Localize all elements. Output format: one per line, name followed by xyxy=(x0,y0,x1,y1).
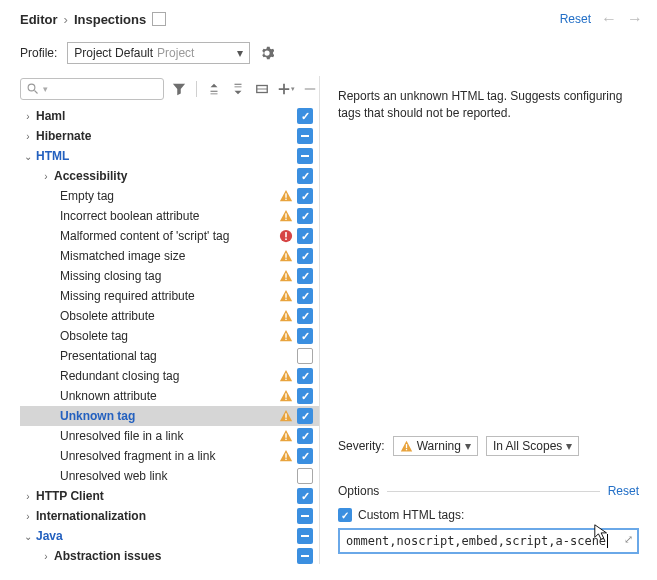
options-header: Options Reset xyxy=(338,484,639,498)
profile-combo[interactable]: Project Default Project ▾ xyxy=(67,42,250,64)
checkbox[interactable] xyxy=(297,248,313,264)
tree-node-i18n[interactable]: ›Internationalization xyxy=(20,506,319,526)
checkbox[interactable] xyxy=(297,208,313,224)
checkbox[interactable] xyxy=(297,288,313,304)
search-input[interactable]: ▾ xyxy=(20,78,164,100)
svg-rect-12 xyxy=(285,253,286,257)
breadcrumb-editor[interactable]: Editor xyxy=(20,12,58,27)
header: Editor › Inspections Reset ← → xyxy=(0,0,657,34)
severity-combo[interactable]: Warning ▾ xyxy=(393,436,478,456)
checkbox[interactable] xyxy=(297,168,313,184)
options-reset-link[interactable]: Reset xyxy=(608,484,639,498)
reset-link[interactable]: Reset xyxy=(560,12,591,26)
checkbox[interactable] xyxy=(338,508,352,522)
tree-node-http-client[interactable]: ›HTTP Client xyxy=(20,486,319,506)
warning-icon xyxy=(279,369,293,383)
tree-node-hibernate[interactable]: ›Hibernate xyxy=(20,126,319,146)
svg-rect-14 xyxy=(285,273,286,277)
filter-icon[interactable] xyxy=(170,80,188,98)
checkbox[interactable] xyxy=(297,448,313,464)
severity-value: Warning xyxy=(417,439,461,453)
checkbox[interactable] xyxy=(297,508,313,524)
scope-combo[interactable]: In All Scopes ▾ xyxy=(486,436,579,456)
tree-leaf[interactable]: Malformed content of 'script' tag xyxy=(20,226,319,246)
svg-rect-11 xyxy=(285,238,287,240)
tree-leaf[interactable]: Unresolved file in a link xyxy=(20,426,319,446)
tree-leaf[interactable]: Unresolved web link xyxy=(20,466,319,486)
checkbox[interactable] xyxy=(297,328,313,344)
checkbox[interactable] xyxy=(297,368,313,384)
tree-node-abstraction[interactable]: ›Abstraction issues xyxy=(20,546,319,564)
expand-icon[interactable]: ⤢ xyxy=(624,533,633,546)
tree-leaf[interactable]: Incorrect boolean attribute xyxy=(20,206,319,226)
custom-tags-input[interactable]: omment,noscript,embed,script,a-scene xyxy=(338,528,639,554)
checkbox[interactable] xyxy=(297,528,313,544)
warning-icon xyxy=(279,389,293,403)
filter-toolbar: ▾ ▾ xyxy=(20,76,319,106)
checkbox[interactable] xyxy=(297,488,313,504)
tree-node-java[interactable]: ⌄Java xyxy=(20,526,319,546)
svg-rect-8 xyxy=(285,219,286,220)
svg-rect-17 xyxy=(285,299,286,300)
warning-icon xyxy=(279,269,293,283)
tree-leaf[interactable]: Unknown attribute xyxy=(20,386,319,406)
svg-rect-19 xyxy=(285,319,286,320)
tree-leaf[interactable]: Missing closing tag xyxy=(20,266,319,286)
tree-leaf[interactable]: Presentational tag xyxy=(20,346,319,366)
tree-leaf[interactable]: Redundant closing tag xyxy=(20,366,319,386)
checkbox[interactable] xyxy=(297,348,313,364)
forward-arrow-icon[interactable]: → xyxy=(627,10,643,28)
inspection-description: Reports an unknown HTML tag. Suggests co… xyxy=(338,88,639,122)
tree-leaf[interactable]: Mismatched image size xyxy=(20,246,319,266)
custom-tags-checkbox-row[interactable]: Custom HTML tags: xyxy=(338,508,639,522)
checkbox[interactable] xyxy=(297,188,313,204)
inspection-tree[interactable]: ›Haml ›Hibernate ⌄HTML ›Accessibility Em… xyxy=(20,106,319,564)
svg-rect-21 xyxy=(285,339,286,340)
svg-rect-15 xyxy=(285,279,286,280)
collapse-all-icon[interactable] xyxy=(229,80,247,98)
tree-leaf-selected[interactable]: Unknown tag xyxy=(20,406,319,426)
detail-pane: Reports an unknown HTML tag. Suggests co… xyxy=(320,76,657,564)
gear-icon[interactable] xyxy=(260,46,274,60)
svg-rect-20 xyxy=(285,333,286,337)
back-arrow-icon[interactable]: ← xyxy=(601,10,617,28)
checkbox[interactable] xyxy=(297,148,313,164)
checkbox[interactable] xyxy=(297,108,313,124)
panel-icon[interactable] xyxy=(152,12,166,26)
checkbox[interactable] xyxy=(297,388,313,404)
expand-all-icon[interactable] xyxy=(205,80,223,98)
toolbar-separator xyxy=(196,81,197,97)
toggle-icon[interactable] xyxy=(253,80,271,98)
remove-icon[interactable] xyxy=(301,80,319,98)
caret-down-icon: ▾ xyxy=(465,439,471,453)
checkbox[interactable] xyxy=(297,268,313,284)
tree-leaf[interactable]: Unresolved fragment in a link xyxy=(20,446,319,466)
checkbox[interactable] xyxy=(297,408,313,424)
tree-leaf[interactable]: Obsolete attribute xyxy=(20,306,319,326)
checkbox[interactable] xyxy=(297,228,313,244)
tree-node-accessibility[interactable]: ›Accessibility xyxy=(20,166,319,186)
tree-node-html[interactable]: ⌄HTML xyxy=(20,146,319,166)
tree-node-haml[interactable]: ›Haml xyxy=(20,106,319,126)
svg-rect-25 xyxy=(285,399,286,400)
custom-tags-label: Custom HTML tags: xyxy=(358,508,464,522)
warning-icon xyxy=(279,249,293,263)
caret-down-icon: ▾ xyxy=(566,439,572,453)
chevron-right-icon: › xyxy=(64,12,68,27)
checkbox[interactable] xyxy=(297,468,313,484)
breadcrumb-inspections[interactable]: Inspections xyxy=(74,12,146,27)
checkbox[interactable] xyxy=(297,548,313,564)
svg-rect-5 xyxy=(285,193,286,197)
checkbox[interactable] xyxy=(297,128,313,144)
tree-leaf[interactable]: Empty tag xyxy=(20,186,319,206)
profile-name: Project Default xyxy=(74,46,153,60)
severity-row: Severity: Warning ▾ In All Scopes ▾ xyxy=(338,420,639,456)
add-icon[interactable]: ▾ xyxy=(277,80,295,98)
tree-leaf[interactable]: Obsolete tag xyxy=(20,326,319,346)
options-title: Options xyxy=(338,484,379,498)
warning-icon xyxy=(400,440,413,453)
svg-rect-26 xyxy=(285,413,286,417)
tree-leaf[interactable]: Missing required attribute xyxy=(20,286,319,306)
checkbox[interactable] xyxy=(297,428,313,444)
checkbox[interactable] xyxy=(297,308,313,324)
